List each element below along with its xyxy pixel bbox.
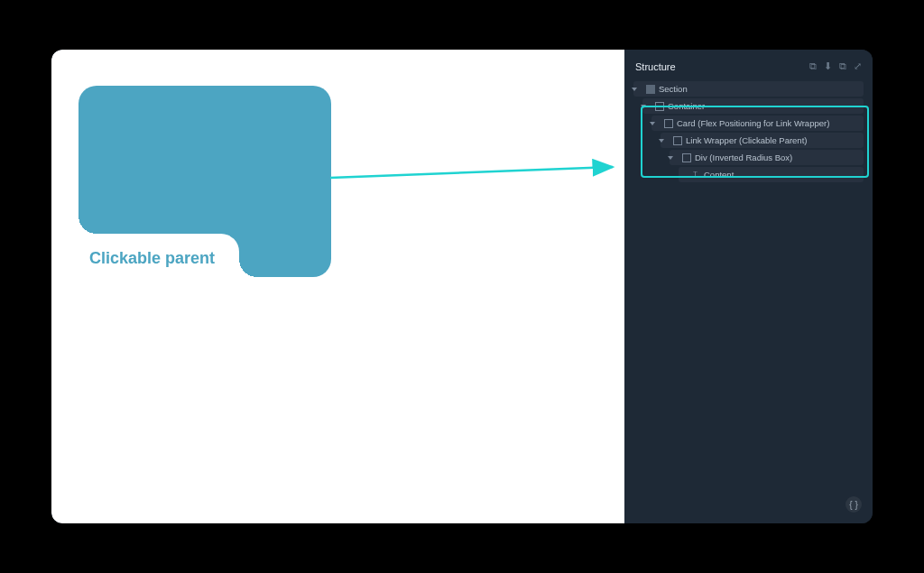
box-icon <box>682 153 691 162</box>
tree-node-label: Div (Inverted Radius Box) <box>695 152 792 162</box>
copy-icon[interactable]: ⧉ <box>809 60 817 72</box>
tree-node-container[interactable]: Container <box>642 98 864 114</box>
svg-line-1 <box>330 167 613 178</box>
card-label: Clickable parent <box>89 249 215 268</box>
structure-panel: Structure ⧉ ⬇ ⧉ ⤢ Section Container <box>624 50 873 523</box>
download-icon[interactable]: ⬇ <box>824 60 832 72</box>
text-icon <box>691 171 700 180</box>
expand-icon[interactable]: ⤢ <box>854 60 862 72</box>
chevron-down-icon[interactable] <box>668 156 673 160</box>
box-icon <box>664 119 673 128</box>
tree-node-label: Section <box>659 84 688 94</box>
chevron-down-icon[interactable] <box>641 105 646 108</box>
app-frame: Clickable parent Structure ⧉ ⬇ ⧉ ⤢ <box>51 50 873 523</box>
tree-node-label: Container <box>668 101 705 111</box>
panel-title: Structure <box>635 61 676 72</box>
code-badge[interactable]: { } <box>845 496 862 513</box>
chevron-down-icon[interactable] <box>650 122 655 125</box>
panel-actions: ⧉ ⬇ ⧉ ⤢ <box>809 60 862 72</box>
panel-header: Structure ⧉ ⬇ ⧉ ⤢ <box>633 57 864 81</box>
duplicate-icon[interactable]: ⧉ <box>839 60 846 72</box>
tree-node-card[interactable]: Card (Flex Positioning for Link Wrapper) <box>651 116 864 131</box>
card-element[interactable]: Clickable parent <box>79 86 331 277</box>
tree-node-label: Card (Flex Positioning for Link Wrapper) <box>677 118 829 128</box>
canvas-area[interactable]: Clickable parent <box>51 50 624 523</box>
tree-node-link-wrapper[interactable]: Link Wrapper (Clickable Parent) <box>661 133 864 148</box>
section-icon <box>646 85 655 94</box>
tree-node-section[interactable]: Section <box>633 81 864 97</box>
box-icon <box>673 136 682 145</box>
tree-node-content[interactable]: Content <box>679 167 864 182</box>
annotation-arrow <box>328 158 617 203</box>
tree-node-div[interactable]: Div (Inverted Radius Box) <box>670 150 864 165</box>
tree-node-label: Content <box>704 170 734 180</box>
inverted-radius-cutout: Clickable parent <box>79 234 239 277</box>
chevron-down-icon[interactable] <box>632 88 637 91</box>
tree-node-label: Link Wrapper (Clickable Parent) <box>686 135 807 145</box>
box-icon <box>655 102 664 111</box>
structure-tree: Section Container Card (Flex Positioning… <box>633 81 864 182</box>
chevron-down-icon[interactable] <box>659 139 664 143</box>
